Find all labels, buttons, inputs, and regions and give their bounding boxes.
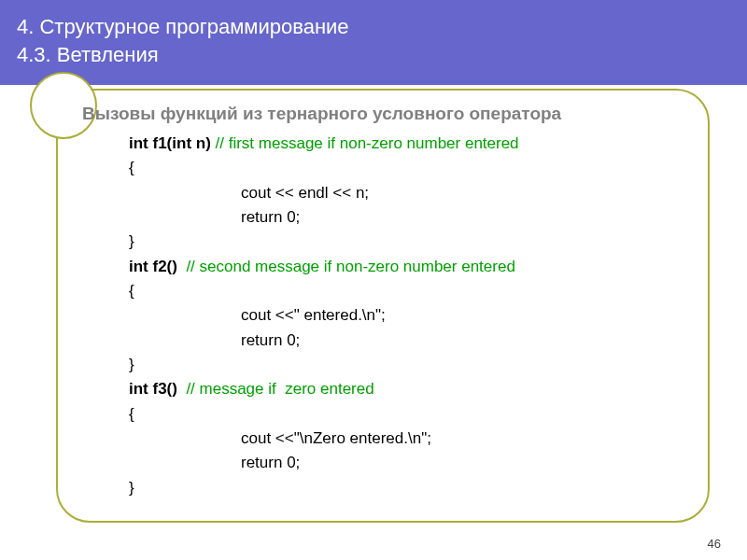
code-comment: // message if zero entered — [177, 380, 374, 398]
code-line: int f1(int n) // first message if non-ze… — [129, 132, 691, 156]
slide-subtitle: 4.3. Ветвления — [17, 41, 730, 69]
code-line: cout <<" entered.\n"; — [129, 303, 691, 328]
code-line: return 0; — [129, 329, 691, 353]
func-signature: int f2() — [129, 258, 177, 275]
code-line: { — [129, 402, 691, 427]
slide-title: 4. Структурное программирование — [17, 13, 730, 41]
code-line: cout << endl << n; — [129, 181, 691, 205]
slide-header: 4. Структурное программирование 4.3. Вет… — [0, 0, 747, 85]
content-subheading: Вызовы функций из тернарного условного о… — [82, 104, 691, 124]
code-line: return 0; — [129, 205, 691, 230]
code-line: } — [129, 353, 691, 377]
code-comment: // first message if non-zero number ente… — [211, 134, 519, 152]
code-line: int f2() // second message if non-zero n… — [129, 255, 691, 279]
code-line: cout <<"\nZero entered.\n"; — [129, 427, 691, 451]
code-block: int f1(int n) // first message if non-ze… — [82, 132, 691, 500]
code-line: return 0; — [129, 451, 691, 475]
page-number: 46 — [708, 537, 721, 551]
code-line: int f3() // message if zero entered — [129, 377, 691, 401]
func-signature: int f1(int n) — [129, 134, 211, 152]
code-line: } — [129, 230, 691, 254]
func-signature: int f3() — [129, 380, 177, 398]
code-line: { — [129, 156, 691, 180]
slide-body: Вызовы функций из тернарного условного о… — [82, 104, 691, 500]
code-comment: // second message if non-zero number ent… — [177, 258, 515, 275]
code-line: } — [129, 476, 691, 500]
code-line: { — [129, 279, 691, 303]
content-area: Вызовы функций из тернарного условного о… — [56, 89, 710, 523]
